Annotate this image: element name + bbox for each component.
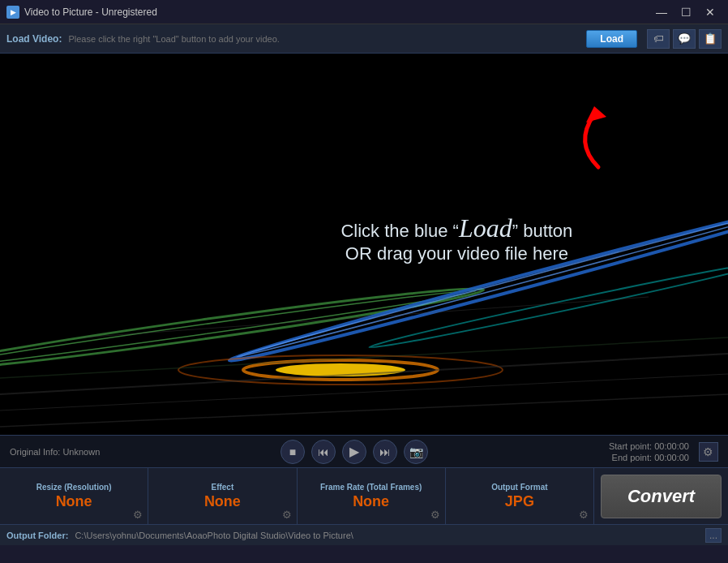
minimize-button[interactable]: — [650,4,673,20]
app-icon: ▶ [6,6,19,19]
output-format-label: Output Format [491,483,547,492]
svg-point-5 [276,363,405,376]
chat-icon-button[interactable]: 💬 [673,29,696,49]
title-bar-controls: — ☐ ✕ [650,4,722,20]
title-bar: ▶ Video to Picture - Unregistered — ☐ ✕ [0,0,728,24]
video-area[interactable]: Click the blue “Load” button OR drag you… [0,54,728,435]
resize-settings-icon[interactable]: ⚙ [133,509,143,521]
time-info: Start point: 00:00:00 End point: 00:00:0… [609,441,689,462]
start-point: Start point: 00:00:00 [609,441,689,451]
load-label: Load Video: [6,33,62,45]
effect-option-group[interactable]: Effect None ⚙ [148,468,297,524]
settings-gear-button[interactable]: ⚙ [699,442,718,462]
svg-rect-0 [0,54,728,435]
screenshot-button[interactable]: 📷 [404,440,428,464]
load-video-input[interactable] [68,34,580,44]
resize-label: Resize (Resolution) [36,483,112,492]
output-format-value: JPG [505,493,534,510]
framerate-value: None [353,493,389,510]
app-title: Video to Picture - Unregistered [24,6,157,18]
prev-frame-button[interactable]: ⏮ [311,440,336,464]
convert-button[interactable]: Convert [601,475,722,518]
toolbar-icons: 🏷 💬 📋 [647,29,722,49]
stop-button[interactable]: ■ [280,440,305,464]
effect-settings-icon[interactable]: ⚙ [282,509,292,521]
resize-option-group[interactable]: Resize (Resolution) None ⚙ [0,468,148,524]
convert-btn-container: Convert [594,468,728,524]
effect-value: None [204,493,241,510]
framerate-option-group[interactable]: Frame Rate (Total Frames) None ⚙ [298,468,446,524]
original-info: Original Info: Unknown [10,447,100,457]
output-format-settings-icon[interactable]: ⚙ [579,509,589,521]
tag-icon-button[interactable]: 🏷 [647,29,670,49]
resize-value: None [56,493,92,510]
effect-label: Effect [211,483,233,492]
output-folder-path: C:\Users\yohnu\Documents\AoaoPhoto Digit… [75,531,699,540]
next-frame-button[interactable]: ⏭ [373,440,397,464]
info-icon-button[interactable]: 📋 [699,29,722,49]
output-folder-label: Output Folder: [6,531,68,540]
output-bar: Output Folder: C:\Users\yohnu\Documents\… [0,524,728,545]
output-browse-button[interactable]: ... [705,528,722,543]
framerate-settings-icon[interactable]: ⚙ [430,509,440,521]
play-button[interactable]: ▶ [342,440,366,464]
status-bar: Original Info: Unknown ■ ⏮ ▶ ⏭ 📷 Start p… [0,435,728,467]
options-bar: Resize (Resolution) None ⚙ Effect None ⚙… [0,467,728,524]
load-button[interactable]: Load [586,30,637,48]
close-button[interactable]: ✕ [699,4,722,20]
video-background [0,54,728,435]
framerate-label: Frame Rate (Total Frames) [320,483,422,492]
end-point: End point: 00:00:00 [612,453,689,462]
output-format-option-group[interactable]: Output Format JPG ⚙ [446,468,594,524]
maximize-button[interactable]: ☐ [674,4,697,20]
title-bar-left: ▶ Video to Picture - Unregistered [6,6,157,19]
playback-controls: ■ ⏮ ▶ ⏭ 📷 [280,440,428,464]
load-bar: Load Video: Load 🏷 💬 📋 [0,24,728,54]
